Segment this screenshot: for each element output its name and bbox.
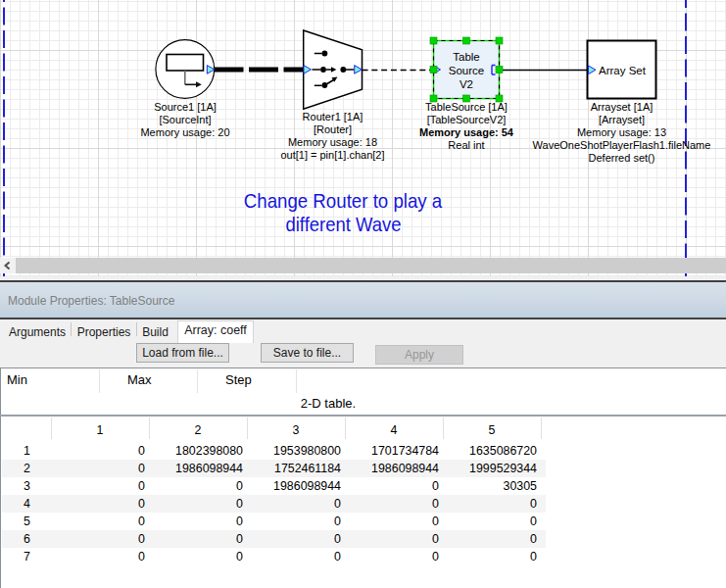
svg-text:[Arrayset]: [Arrayset] <box>599 114 645 125</box>
svg-text:Router1 [1A]: Router1 [1A] <box>303 111 363 122</box>
svg-text:Array Set: Array Set <box>599 65 647 76</box>
svg-text:Real int: Real int <box>448 139 484 151</box>
svg-text:TableSource [1A]: TableSource [1A] <box>425 101 508 113</box>
svg-text:WaveOneShotPlayerFlash1.fileNa: WaveOneShotPlayerFlash1.fileName <box>533 139 711 151</box>
svg-text:Arrayset [1A]: Arrayset [1A] <box>591 101 653 113</box>
svg-text:Memory usage: 18: Memory usage: 18 <box>288 136 377 148</box>
svg-text:Memory usage: 13: Memory usage: 13 <box>577 126 666 138</box>
svg-text:different Wave: different Wave <box>286 214 402 235</box>
svg-text:Source: Source <box>449 65 484 76</box>
svg-text:V2: V2 <box>460 78 473 90</box>
svg-text:Change Router to play a: Change Router to play a <box>244 190 443 212</box>
svg-text:[Router]: [Router] <box>314 123 352 135</box>
svg-text:[SourceInt]: [SourceInt] <box>159 114 211 125</box>
svg-text:Memory usage: 20: Memory usage: 20 <box>140 126 229 138</box>
svg-text:Deferred set(): Deferred set() <box>589 152 655 164</box>
svg-text:[TableSourceV2]: [TableSourceV2] <box>427 114 507 125</box>
svg-text:out[1] = pin[1].chan[2]: out[1] = pin[1].chan[2] <box>280 149 384 161</box>
svg-text:Table: Table <box>453 51 480 63</box>
svg-text:Source1 [1A]: Source1 [1A] <box>154 101 217 113</box>
svg-text:Memory usage: 54: Memory usage: 54 <box>419 126 514 138</box>
